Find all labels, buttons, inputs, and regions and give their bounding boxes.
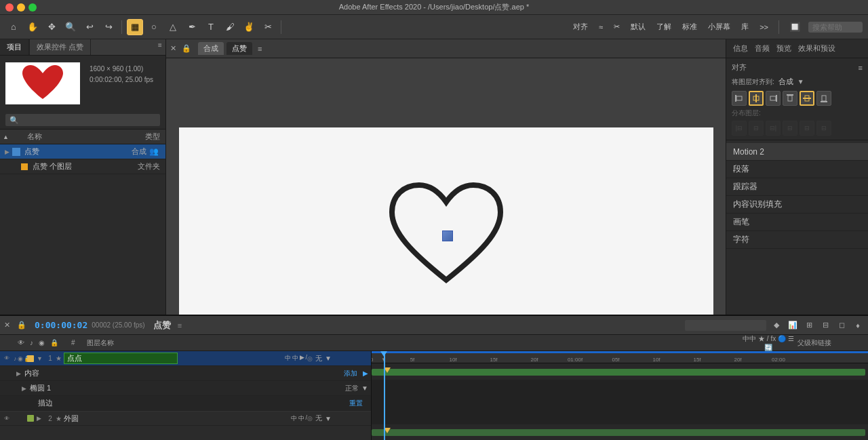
tl-add-btn[interactable]: 添加 [344, 369, 357, 378]
rp-item-paragraph[interactable]: 段落 [726, 161, 868, 178]
sw2-1[interactable]: 中 [291, 414, 297, 423]
ellipse-btn[interactable]: ○ [146, 19, 162, 35]
zoom-btn[interactable]: 🔍 [62, 19, 79, 35]
trim-btn[interactable]: ✂ [611, 21, 623, 33]
tl-layer1-star[interactable]: ★ [56, 355, 62, 362]
selected-point[interactable] [442, 231, 453, 241]
dist-left-btn[interactable]: |⊟ [732, 121, 747, 136]
expand-icon[interactable]: ▶ [3, 148, 11, 156]
align-btn[interactable]: 对齐 [570, 20, 591, 33]
tl-eye-btn[interactable]: 👁 [16, 338, 26, 347]
close-dot[interactable] [5, 3, 14, 12]
lock-icon[interactable]: 🔒 [182, 44, 191, 53]
sw2-2[interactable]: 中 [298, 414, 304, 423]
align-left-btn[interactable] [732, 91, 747, 106]
rp-item-tracker[interactable]: 跟踪器 [726, 178, 868, 196]
snap-btn[interactable]: ≈ [596, 22, 606, 33]
more-btn[interactable]: >> [757, 22, 771, 33]
panel-menu-btn[interactable]: ≡ [155, 39, 165, 50]
tl-keyframe-btn[interactable]: ◆ [770, 319, 783, 332]
tl-motion-btn[interactable]: ◻ [835, 319, 848, 332]
dist-center-v-btn[interactable]: ⊟ [800, 121, 814, 136]
tab-synthesis[interactable]: 合成 [198, 42, 224, 55]
brush-btn[interactable]: 🖌 [222, 19, 238, 35]
dist-bottom-btn[interactable]: ⊟ [816, 121, 831, 136]
tab-menu-icon[interactable]: ≡ [258, 45, 262, 53]
tl-layer2-parent-dropdown[interactable]: ▼ [325, 415, 332, 422]
workspace-btn[interactable]: 🔲 [787, 19, 803, 35]
rp-tab-info[interactable]: 信息 [730, 42, 751, 55]
sw1[interactable]: 中 [285, 354, 291, 363]
shape-btn[interactable]: ▦ [127, 19, 143, 35]
undo-btn[interactable]: ↩ [81, 19, 98, 35]
align-bottom-btn[interactable] [816, 91, 831, 106]
tl-layer2-star[interactable]: ★ [56, 415, 62, 422]
rp-item-brush[interactable]: 画笔 [726, 214, 868, 231]
dist-right-btn[interactable]: ⊟| [766, 121, 781, 136]
sw3[interactable]: ▶ [300, 354, 304, 363]
rp-item-character[interactable]: 字符 [726, 231, 868, 249]
home-btn[interactable]: ⌂ [5, 19, 22, 35]
move-btn[interactable]: ✥ [43, 19, 60, 35]
library-btn[interactable]: 库 [738, 20, 751, 33]
learn-btn[interactable]: 了解 [654, 20, 674, 33]
tl-layer1-stroke[interactable]: 描边 重置 [0, 396, 371, 411]
tl-layer1-audio[interactable]: ♪ [14, 355, 17, 362]
align-right-btn[interactable] [766, 91, 781, 106]
tl-menu-icon[interactable]: ≡ [178, 321, 182, 329]
align-center-v-btn[interactable] [800, 91, 814, 106]
tl-solo2-btn[interactable]: ◉ [37, 338, 47, 347]
align-center-h-btn[interactable] [749, 91, 764, 106]
timeline-graph[interactable]: 0 ▼ 5f 10f 15f 20f 01:00f 05f 10f 15f 20… [372, 351, 868, 440]
hand-btn[interactable]: ✋ [24, 19, 41, 35]
tl-add-arrow[interactable]: ▶ [363, 369, 368, 377]
tl-graph-btn[interactable]: 📊 [787, 319, 799, 332]
small-screen-btn[interactable]: 小屏幕 [705, 20, 733, 33]
default-btn[interactable]: 默认 [628, 20, 648, 33]
minimize-dot[interactable] [17, 3, 25, 12]
tl-search-input[interactable] [685, 320, 766, 331]
redo-btn[interactable]: ↪ [100, 19, 117, 35]
effects-tab[interactable]: 效果控件 点赞 [29, 39, 91, 55]
tl-layer2-expand[interactable]: ▶ [37, 415, 45, 422]
tl-current-time[interactable]: 0:00:00:02 [35, 320, 87, 330]
tl-ellipse-mode-dropdown[interactable]: ▼ [361, 384, 368, 392]
tl-lock2-btn[interactable]: 🔒 [48, 338, 60, 347]
tl-layer1-name[interactable]: 点点 [64, 353, 178, 364]
tl-ellipse-expand[interactable]: ▶ [22, 385, 30, 392]
project-search-input[interactable] [5, 114, 160, 126]
align-to-dropdown[interactable]: ▼ [797, 78, 804, 85]
tl-close-btn[interactable]: ✕ [4, 321, 10, 329]
rp-tab-audio[interactable]: 音频 [752, 42, 772, 55]
triangle-btn[interactable]: △ [165, 19, 181, 35]
tl-layer-2[interactable]: 👁 ▶ 2 ★ 外圆 中 中 / ◎ 无 ▼ [0, 411, 371, 426]
project-item-composition[interactable]: ▶ 点赞 合成 👥 [0, 144, 165, 159]
tl-lock-icon[interactable]: 🔒 [17, 321, 26, 329]
rp-tab-effects[interactable]: 效果和预设 [795, 42, 838, 55]
align-top-btn[interactable] [783, 91, 797, 106]
maximize-dot[interactable] [28, 3, 37, 12]
tl-layer-btn[interactable]: ⊞ [803, 319, 815, 332]
tl-layer1-expand[interactable]: ▼ [37, 355, 45, 362]
rp-item-content-aware[interactable]: 内容识别填充 [726, 196, 868, 214]
scissors-btn[interactable]: ✂ [260, 19, 276, 35]
tl-layer1-ellipse[interactable]: ▶ 椭圆 1 正常 ▼ [0, 381, 371, 396]
project-tab[interactable]: 项目 [0, 39, 29, 55]
tl-eye-icon[interactable]: 👁 [3, 355, 11, 363]
rp-item-motion2[interactable]: Motion 2 [726, 143, 868, 161]
tl-content-expand[interactable]: ▶ [16, 370, 24, 377]
stamp-btn[interactable]: ✌ [241, 19, 257, 35]
tl-layer1-parent-dropdown[interactable]: ▼ [325, 355, 332, 362]
align-menu-btn[interactable]: ≡ [859, 64, 863, 72]
dist-center-h-btn[interactable]: ⊟ [749, 121, 764, 136]
tl-layer1-parent-link[interactable]: ◎ [307, 355, 313, 362]
tl-solo-btn[interactable]: ⊟ [819, 319, 831, 332]
standard-btn[interactable]: 标准 [679, 20, 700, 33]
text-btn[interactable]: T [203, 19, 219, 35]
playhead[interactable] [384, 351, 385, 440]
sw2[interactable]: 中 [292, 354, 298, 363]
tl-layer-1[interactable]: 👁 ♪ ◉ 🔒 ▼ 1 ★ 点点 中 中 ▶ [0, 351, 371, 366]
tl-layer2-parent-link[interactable]: ◎ [307, 415, 313, 422]
tl-layer1-solo[interactable]: ◉ [18, 355, 23, 362]
pen-btn[interactable]: ✒ [184, 19, 200, 35]
